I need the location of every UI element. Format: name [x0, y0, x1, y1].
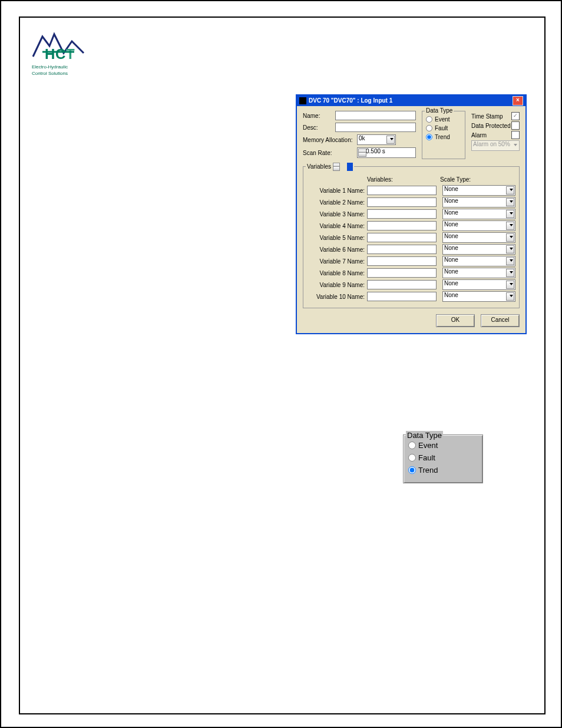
scale-type-column-header: Scale Type: — [438, 176, 515, 183]
radio-trend[interactable]: Trend — [426, 134, 461, 140]
variable-row: Variable 3 Name:None — [307, 209, 515, 219]
log-input-dialog: DVC 70 "DVC70" : Log Input 1 × Name: Des… — [296, 94, 527, 334]
desc-label: Desc: — [303, 124, 335, 131]
variable-name-input[interactable] — [367, 256, 437, 266]
window-icon — [299, 97, 306, 104]
data-protected-checkbox[interactable] — [511, 121, 520, 130]
scale-type-select[interactable]: None — [442, 279, 515, 290]
dialog-title: DVC 70 "DVC70" : Log Input 1 — [309, 95, 513, 106]
top-left-fields: Name: Desc: Memory Allocation:0k Scan Ra… — [303, 111, 416, 160]
variable-label: Variable 5 Name: — [307, 235, 367, 241]
variable-row: Variable 1 Name:None — [307, 185, 515, 196]
variable-name-input[interactable] — [367, 221, 437, 230]
variable-label: Variable 7 Name: — [307, 258, 367, 265]
svg-text:C: C — [55, 46, 65, 62]
logo-tagline-1: Electro-Hydraulic — [32, 65, 103, 70]
variable-label: Variable 1 Name: — [307, 187, 367, 194]
variables-count-bar — [347, 163, 353, 171]
variable-label: Variable 2 Name: — [307, 199, 367, 206]
variable-label: Variable 4 Name: — [307, 223, 367, 229]
variables-group: Variables Variables: Scale Type: Variabl… — [303, 166, 520, 308]
data-type-group: Data Type Event Fault Trend — [422, 111, 465, 159]
name-label: Name: — [303, 113, 335, 119]
hct-logo-svg: H C T — [32, 28, 91, 64]
variable-name-input[interactable] — [367, 209, 437, 219]
variable-name-input[interactable] — [367, 292, 437, 301]
variable-name-input[interactable] — [367, 268, 437, 278]
variable-label: Variable 3 Name: — [307, 211, 367, 218]
page-frame: H C T Electro-Hydraulic Control Solution… — [19, 17, 546, 714]
variable-label: Variable 10 Name: — [307, 294, 367, 300]
scan-label: Scan Rate: — [303, 150, 357, 156]
variable-row: Variable 6 Name:None — [307, 244, 515, 255]
svg-text:H: H — [45, 46, 55, 62]
inset-radio-trend[interactable]: Trend — [408, 466, 478, 475]
document-page: H C T Electro-Hydraulic Control Solution… — [0, 0, 562, 728]
alarm-checkbox[interactable] — [511, 131, 520, 139]
variables-title: Variables — [306, 163, 354, 171]
variable-row: Variable 8 Name:None — [307, 268, 515, 278]
variable-name-input[interactable] — [367, 245, 437, 254]
inset-radio-event[interactable]: Event — [408, 441, 478, 450]
scale-type-select[interactable]: None — [442, 220, 515, 231]
variable-name-input[interactable] — [367, 197, 437, 207]
variable-name-input[interactable] — [367, 233, 437, 242]
variable-row: Variable 9 Name:None — [307, 279, 515, 290]
inset-radio-fault[interactable]: Fault — [408, 453, 478, 462]
options-column: Time Stamp✓ Data Protected Alarm Alarm o… — [471, 111, 520, 160]
svg-text:T: T — [66, 46, 75, 62]
logo-tagline-2: Control Solutions — [32, 71, 103, 77]
dialog-body: Name: Desc: Memory Allocation:0k Scan Ra… — [297, 106, 525, 333]
cancel-button[interactable]: Cancel — [481, 314, 520, 327]
mem-label: Memory Allocation: — [303, 137, 357, 143]
timestamp-checkbox[interactable]: ✓ — [511, 112, 520, 120]
scale-type-select[interactable]: None — [442, 291, 515, 302]
data-type-inset-title: Data Type — [406, 431, 443, 440]
scale-type-select[interactable]: None — [442, 209, 515, 219]
variable-row: Variable 5 Name:None — [307, 232, 515, 243]
variables-column-header: Variables: — [307, 176, 438, 183]
scale-type-select[interactable]: None — [442, 244, 515, 255]
mem-select[interactable]: 0k — [357, 134, 396, 145]
scale-type-select[interactable]: None — [442, 185, 515, 196]
variable-row: Variable 2 Name:None — [307, 197, 515, 207]
data-type-title: Data Type — [425, 107, 454, 114]
radio-fault[interactable]: Fault — [426, 125, 461, 131]
variable-row: Variable 10 Name:None — [307, 291, 515, 302]
scale-type-select[interactable]: None — [442, 197, 515, 207]
data-protected-label: Data Protected — [471, 123, 511, 129]
scale-type-select[interactable]: None — [442, 268, 515, 278]
scale-type-select[interactable]: None — [442, 256, 515, 266]
variables-spinner[interactable] — [333, 163, 347, 171]
variable-row: Variable 7 Name:None — [307, 256, 515, 266]
radio-event[interactable]: Event — [426, 116, 461, 123]
data-type-inset: Data Type Event Fault Trend — [403, 434, 483, 483]
variable-label: Variable 8 Name: — [307, 270, 367, 276]
ok-button[interactable]: OK — [436, 314, 475, 327]
variable-label: Variable 6 Name: — [307, 246, 367, 253]
alarm-threshold-select[interactable]: Alarm on 50% — [471, 140, 520, 151]
variable-label: Variable 9 Name: — [307, 282, 367, 288]
variable-name-input[interactable] — [367, 186, 437, 195]
name-input[interactable] — [335, 111, 416, 120]
close-icon[interactable]: × — [513, 96, 523, 106]
desc-input[interactable] — [335, 123, 416, 132]
variable-row: Variable 4 Name:None — [307, 220, 515, 231]
dialog-titlebar[interactable]: DVC 70 "DVC70" : Log Input 1 × — [297, 95, 525, 106]
timestamp-label: Time Stamp — [471, 113, 503, 120]
variable-name-input[interactable] — [367, 280, 437, 289]
scale-type-select[interactable]: None — [442, 232, 515, 243]
scan-rate-input[interactable]: 0.500 s — [357, 147, 416, 158]
alarm-label: Alarm — [471, 132, 487, 139]
hct-logo: H C T Electro-Hydraulic Control Solution… — [32, 28, 103, 77]
